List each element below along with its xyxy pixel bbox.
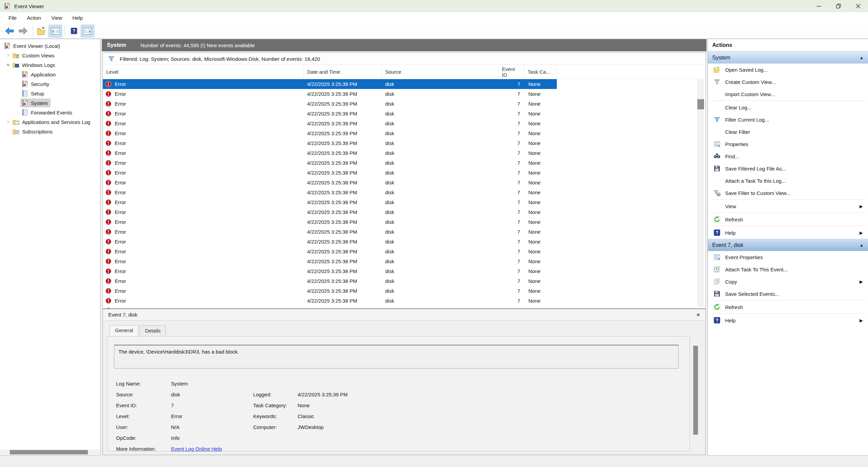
event-row[interactable]: Error4/22/2025 3:25:39 PMdisk7None: [103, 79, 557, 89]
action-attach-a-task-to-this-log[interactable]: Attach a Task To this Log...: [708, 175, 868, 187]
event-row[interactable]: Error4/22/2025 3:25:38 PMdisk7None: [103, 296, 557, 306]
field-label: Logged:: [253, 392, 298, 397]
event-log-online-help-link[interactable]: Event Log Online Help: [171, 446, 222, 452]
cell-date-time: 4/22/2025 3:25:39 PM: [304, 79, 382, 89]
cell-source: disk: [382, 296, 498, 306]
expander-collapsed-icon[interactable]: [5, 120, 12, 124]
action-open-saved-log[interactable]: Open Saved Log...: [708, 64, 868, 76]
event-row[interactable]: Error4/22/2025 3:25:38 PMdisk7None: [103, 256, 557, 266]
close-button[interactable]: [848, 0, 868, 12]
close-preview-icon[interactable]: ×: [696, 311, 700, 318]
action-clear-log[interactable]: Clear Log...: [708, 101, 868, 113]
tree-item-subscriptions[interactable]: Subscriptions: [0, 127, 100, 136]
event-row[interactable]: Error4/22/2025 3:25:38 PMdisk7None: [103, 266, 557, 276]
actions-section-header-event-7-disk[interactable]: Event 7, disk▲: [708, 239, 868, 251]
action-save-filter-to-custom-view[interactable]: Save Filter to Custom View...: [708, 187, 868, 199]
event-row[interactable]: Error4/22/2025 3:25:39 PMdisk7None: [103, 119, 557, 128]
cell-task-category: None: [524, 197, 557, 207]
event-row[interactable]: Error4/22/2025 3:25:38 PMdisk7None: [103, 227, 557, 237]
action-copy[interactable]: Copy▶: [708, 275, 868, 288]
action-import-custom-view[interactable]: Import Custom View...: [708, 88, 868, 100]
menu-help[interactable]: Help: [67, 12, 88, 23]
field-value: None: [298, 402, 310, 408]
action-view[interactable]: View▶: [708, 200, 868, 212]
level-text: Error: [115, 180, 126, 185]
column-header-datetime[interactable]: Date and Time: [304, 65, 382, 79]
event-row[interactable]: Error4/22/2025 3:25:39 PMdisk7None: [103, 89, 557, 99]
collapse-section-icon[interactable]: ▲: [860, 55, 864, 60]
column-header-source[interactable]: Source: [382, 65, 498, 79]
event-row[interactable]: Error4/22/2025 3:25:38 PMdisk7None: [103, 276, 557, 286]
event-row[interactable]: Error4/22/2025 3:25:39 PMdisk7None: [103, 138, 557, 148]
help-icon-button[interactable]: ?: [67, 25, 81, 37]
event-row[interactable]: Error4/22/2025 3:25:39 PMdisk7None: [103, 158, 557, 168]
forward-arrow-icon-button[interactable]: [16, 25, 30, 37]
event-row[interactable]: Error4/22/2025 3:25:38 PMdisk7None: [103, 286, 557, 296]
column-header-task[interactable]: Task Ca...: [524, 65, 557, 79]
menu-action[interactable]: Action: [22, 12, 46, 23]
tab-general[interactable]: General: [110, 325, 138, 336]
event-row[interactable]: Error4/22/2025 3:25:39 PMdisk7None: [103, 128, 557, 138]
events-vertical-scrollbar[interactable]: [697, 79, 704, 307]
menu-view[interactable]: View: [46, 12, 67, 23]
action-find[interactable]: Find...: [708, 150, 868, 162]
action-event-properties[interactable]: Event Properties: [708, 251, 868, 263]
expander-expanded-icon[interactable]: [5, 62, 12, 67]
export-log-icon-button[interactable]: [35, 25, 49, 37]
tree-scrollbar-thumb[interactable]: [10, 450, 88, 454]
back-arrow-icon-button[interactable]: [3, 25, 16, 37]
console-tree-toggle-icon-button[interactable]: [49, 25, 62, 37]
events-scrollbar-thumb[interactable]: [697, 99, 704, 109]
action-pane-toggle-icon-button[interactable]: [81, 25, 94, 37]
level-text: Error: [115, 190, 126, 195]
tree-item-forwarded-events[interactable]: Forwarded Events: [0, 108, 100, 117]
event-row[interactable]: Error4/22/2025 3:25:38 PMdisk7None: [103, 197, 557, 207]
cell-source: disk: [382, 197, 498, 207]
preview-vertical-scrollbar[interactable]: [693, 337, 699, 451]
event-row[interactable]: Error4/22/2025 3:25:39 PMdisk7None: [103, 109, 557, 119]
tree-item-system[interactable]: System: [0, 98, 100, 108]
minimize-button[interactable]: [809, 0, 829, 12]
action-refresh[interactable]: Refresh: [708, 213, 868, 226]
event-row[interactable]: Error4/22/2025 3:25:38 PMdisk7None: [103, 237, 557, 247]
event-row[interactable]: Error4/22/2025 3:25:38 PMdisk7None: [103, 187, 557, 197]
icon-spacer: [713, 128, 721, 136]
action-clear-filter[interactable]: Clear Filter: [708, 126, 868, 138]
action-create-custom-view[interactable]: Create Custom View...: [708, 76, 868, 88]
action-save-selected-events[interactable]: Save Selected Events...: [708, 288, 868, 300]
action-save-filtered-log-file-as[interactable]: Save Filtered Log File As...: [708, 162, 868, 175]
cell-level: Error: [103, 207, 304, 217]
tree-horizontal-scrollbar[interactable]: [0, 449, 100, 455]
action-refresh[interactable]: Refresh: [708, 301, 868, 313]
cell-event-id: 7: [498, 79, 524, 89]
tab-details[interactable]: Details: [139, 325, 166, 336]
action-attach-task-to-this-event[interactable]: Attach Task To This Event...: [708, 263, 868, 275]
event-row[interactable]: Error4/22/2025 3:25:39 PMdisk7None: [103, 148, 557, 158]
tree-item-event-viewer-local[interactable]: Event Viewer (Local): [0, 41, 100, 51]
collapse-section-icon[interactable]: ▲: [860, 243, 864, 248]
tree-item-windows-logs[interactable]: Windows Logs: [0, 60, 100, 70]
event-row[interactable]: Error4/22/2025 3:25:38 PMdisk7None: [103, 217, 557, 227]
tree-item-custom-views[interactable]: Custom Views: [0, 51, 100, 60]
tree-item-security[interactable]: Security: [0, 79, 100, 89]
event-row[interactable]: Error4/22/2025 3:25:39 PMdisk7None: [103, 99, 557, 109]
actions-section-header-system[interactable]: System▲: [708, 51, 868, 64]
event-row[interactable]: Error4/22/2025 3:25:38 PMdisk7None: [103, 168, 557, 178]
menu-file[interactable]: File: [3, 12, 22, 23]
action-filter-current-log[interactable]: Filter Current Log...: [708, 113, 868, 126]
event-row[interactable]: Error4/22/2025 3:25:38 PMdisk7None: [103, 178, 557, 187]
action-help[interactable]: ?Help▶: [708, 227, 868, 239]
action-help[interactable]: ?Help▶: [708, 314, 868, 326]
event-row[interactable]: Error4/22/2025 3:25:38 PMdisk7None: [103, 207, 557, 217]
restore-button[interactable]: [829, 0, 848, 12]
expander-collapsed-icon[interactable]: [5, 53, 12, 58]
column-header-event-id[interactable]: Event ID: [498, 65, 524, 79]
tree-item-application[interactable]: Application: [0, 70, 100, 79]
column-header-level[interactable]: Level: [103, 65, 304, 79]
event-row[interactable]: Error4/22/2025 3:25:38 PMdisk7None: [103, 247, 557, 256]
tree-item-setup[interactable]: Setup: [0, 89, 100, 98]
action-properties[interactable]: Properties: [708, 138, 868, 150]
tree-item-applications-and-services-log[interactable]: Applications and Services Log: [0, 117, 100, 127]
help-icon: ?: [713, 316, 721, 324]
preview-scrollbar-thumb[interactable]: [693, 346, 698, 435]
